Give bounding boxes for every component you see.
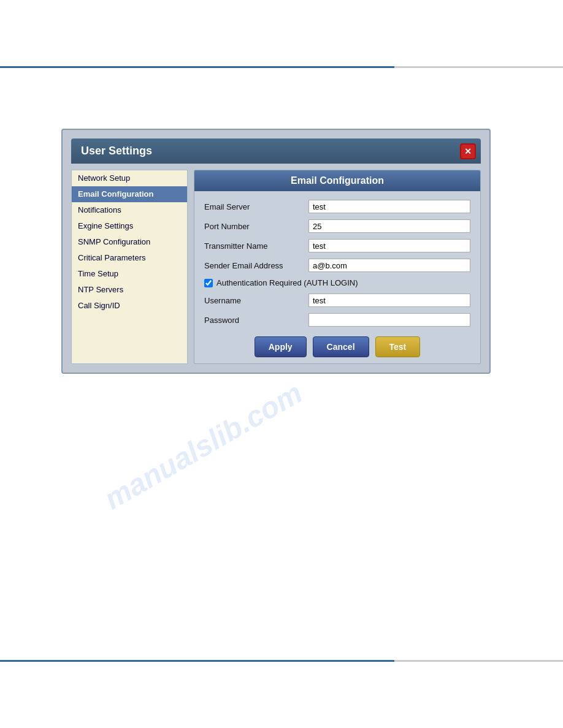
username-row: Username [204,294,470,307]
username-input[interactable] [308,294,470,307]
transmitter-name-label: Transmitter Name [204,241,308,251]
transmitter-name-input[interactable] [308,239,470,252]
transmitter-name-row: Transmitter Name [204,239,470,252]
test-button[interactable]: Test [375,336,421,357]
sender-email-input[interactable] [308,259,470,272]
auth-checkbox-row: Authentication Required (AUTH LOGIN) [204,278,470,287]
username-label: Username [204,296,308,305]
sender-email-label: Sender Email Address [204,261,308,270]
title-bar: User Settings ✕ [71,138,481,164]
port-number-label: Port Number [204,222,308,231]
top-rule [0,66,563,68]
sidebar-item-critical-parameters[interactable]: Critical Parameters [72,250,187,266]
dialog-title: User Settings [81,145,152,157]
user-settings-dialog: User Settings ✕ Network Setup Email Conf… [61,129,491,374]
password-input[interactable] [308,313,470,327]
port-number-input[interactable] [308,219,470,233]
sidebar-item-call-sign-id[interactable]: Call Sign/ID [72,298,187,314]
auth-required-label: Authentication Required (AUTH LOGIN) [216,278,358,287]
sidebar-item-network-setup[interactable]: Network Setup [72,170,187,186]
sidebar-item-email-configuration[interactable]: Email Configuration [72,186,187,202]
email-server-row: Email Server [204,200,470,213]
sidebar: Network Setup Email Configuration Notifi… [71,170,188,364]
cancel-button[interactable]: Cancel [313,336,369,357]
bottom-rule [0,660,563,662]
sidebar-item-snmp-configuration[interactable]: SNMP Configuration [72,234,187,250]
section-title: Email Configuration [194,170,480,191]
dialog-body: Network Setup Email Configuration Notifi… [71,170,481,364]
password-label: Password [204,316,308,325]
form-area: Email Server Port Number Transmitter Nam… [194,200,480,327]
auth-required-checkbox[interactable] [204,279,213,287]
content-panel: Email Configuration Email Server Port Nu… [194,170,481,364]
sender-email-row: Sender Email Address [204,259,470,272]
email-server-input[interactable] [308,200,470,213]
sidebar-item-time-setup[interactable]: Time Setup [72,266,187,282]
password-row: Password [204,313,470,327]
buttons-area: Apply Cancel Test [194,336,480,357]
port-number-row: Port Number [204,219,470,233]
watermark: manualslib.com [99,376,308,516]
sidebar-item-notifications[interactable]: Notifications [72,202,187,218]
close-button[interactable]: ✕ [460,143,476,159]
apply-button[interactable]: Apply [255,336,307,357]
sidebar-item-engine-settings[interactable]: Exgine Settings [72,218,187,234]
email-server-label: Email Server [204,202,308,211]
sidebar-item-ntp-servers[interactable]: NTP Servers [72,282,187,298]
